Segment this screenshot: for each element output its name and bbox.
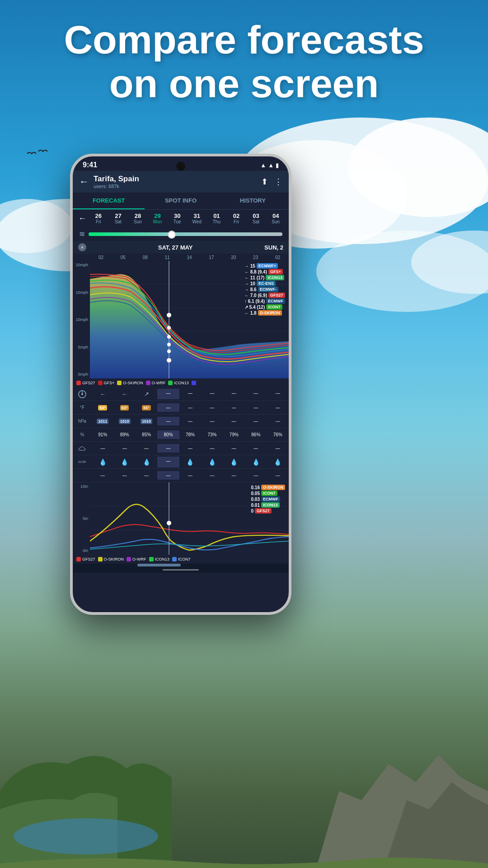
battery-icon: ▮ bbox=[276, 162, 279, 169]
time-05: 05 bbox=[112, 255, 134, 260]
temp-label: °F bbox=[73, 404, 92, 411]
temperature-row: °F 64° 63° 65° — — — — — — bbox=[73, 401, 289, 415]
svg-point-15 bbox=[167, 335, 171, 339]
bottom-legend-icon7: ICON7 bbox=[172, 557, 191, 561]
legend-extra bbox=[192, 381, 196, 385]
time-17: 17 bbox=[200, 255, 222, 260]
tab-forecast[interactable]: FORECAST bbox=[73, 193, 145, 209]
back-button[interactable]: ← bbox=[79, 176, 89, 188]
location-name: Tarifa, Spain bbox=[94, 175, 261, 184]
time-axis: 02 05 08 11 14 17 20 23 02 bbox=[73, 254, 289, 261]
wind-y-labels: 20mph 15mph 10mph 5mph 0mph bbox=[73, 261, 90, 378]
precip-cells: 💧 💧 💧 — 💧 💧 💧 💧 💧 bbox=[92, 457, 289, 467]
svg-point-13 bbox=[167, 313, 171, 317]
rain-row-oskiron: 0.16 O-SKIRON bbox=[251, 485, 285, 490]
svg-point-16 bbox=[167, 343, 171, 346]
direction-cells: ← ← ↗ — — — — — — bbox=[92, 389, 289, 399]
humidity-cells: 91% 89% 85% 80% 78% 73% 79% 86% 76% bbox=[92, 430, 289, 439]
temp-cells: 64° 63° 65° — — — — — — bbox=[92, 403, 289, 412]
date-col-02[interactable]: 02 Fri bbox=[227, 212, 246, 224]
legend-oskiron: O-SKIRON bbox=[117, 381, 143, 385]
date-header-bar: × SAT, 27 MAY SUN, 2 bbox=[73, 241, 289, 254]
fc-row-ecmwfplus: → 15 ECMWF+ bbox=[244, 263, 285, 269]
home-bar bbox=[163, 569, 199, 571]
location-users: users: 687k bbox=[94, 184, 261, 189]
humidity-row: % 91% 89% 85% 80% 78% 73% 79% 86% 76% bbox=[73, 428, 289, 442]
date-col-04[interactable]: 04 Sun bbox=[266, 212, 285, 224]
date-col-26[interactable]: 26 Fri bbox=[89, 212, 108, 224]
date-col-01[interactable]: 01 Thu bbox=[207, 212, 226, 224]
fc-row-icon7: ↗ 5.4 (12) ICON7 bbox=[244, 304, 285, 310]
legend-icon13: ICON13 bbox=[168, 381, 189, 385]
time-14: 14 bbox=[178, 255, 201, 260]
time-02: 02 bbox=[90, 255, 112, 260]
share-button[interactable]: ⬆ bbox=[261, 177, 268, 187]
bottom-legend-oskiron: O-SKIRON bbox=[98, 557, 124, 561]
bottom-legend-gfs27: GFS27 bbox=[76, 557, 95, 561]
humidity-label: % bbox=[73, 431, 92, 438]
pressure-cells: 1011 1010 1010 — — — — — — bbox=[92, 417, 289, 425]
precip-row: in/3h 💧 💧 💧 — 💧 💧 💧 💧 💧 bbox=[73, 455, 289, 469]
dash-cells: — — — — — — — — — bbox=[92, 471, 289, 480]
phone-screen: 9:41 ▲ ▲ ▮ ← Tarifa, Spain users: 687k ⬆… bbox=[73, 156, 289, 612]
status-icons: ▲ ▲ ▮ bbox=[260, 162, 279, 169]
svg-point-14 bbox=[167, 326, 171, 330]
horizontal-scrollbar[interactable] bbox=[73, 564, 289, 566]
rain-chart: 10in 5in 0in bbox=[73, 482, 289, 555]
signal-icon: ▲ bbox=[268, 162, 274, 169]
time-08: 08 bbox=[134, 255, 156, 260]
pressure-row: hPa 1011 1010 1010 — — — — — — bbox=[73, 415, 289, 428]
scrollbar-thumb[interactable] bbox=[137, 564, 181, 566]
precip-label: in/3h bbox=[73, 459, 92, 465]
time-20: 20 bbox=[222, 255, 244, 260]
date-label-right: SUN, 2 bbox=[264, 244, 283, 251]
header-actions: ⬆ ⋮ bbox=[261, 177, 282, 187]
date-col-31[interactable]: 31 Wed bbox=[188, 212, 206, 224]
fc-row-icon13: ← 11 (17) ICON13 bbox=[244, 275, 285, 280]
date-col-30[interactable]: 30 Tue bbox=[168, 212, 187, 224]
fc-row-ecens: → 10 EC-ENS bbox=[244, 281, 285, 286]
date-col-28[interactable]: 28 Sun bbox=[128, 212, 147, 224]
tab-spot-info[interactable]: SPOT INFO bbox=[145, 193, 216, 209]
phone-frame: 9:41 ▲ ▲ ▮ ← Tarifa, Spain users: 687k ⬆… bbox=[70, 154, 291, 615]
date-col-27[interactable]: 27 Sat bbox=[109, 212, 128, 224]
wind-legend: GFS27 GFS+ O-SKIRON O-WRF ICON13 bbox=[73, 378, 289, 387]
birds-decoration bbox=[25, 145, 61, 163]
legend-owrf: O-WRF bbox=[146, 381, 166, 385]
date-nav: ← 26 Fri 27 Sat 28 Sun 29 Mon 30 Tue bbox=[73, 210, 289, 227]
phone-camera bbox=[176, 162, 185, 171]
fc-row-gfsplus: ← 8.8 (9.4) GFS+ bbox=[244, 269, 285, 274]
legend-gfs27: GFS27 bbox=[76, 381, 95, 385]
close-date-button[interactable]: × bbox=[78, 243, 86, 251]
date-col-29[interactable]: 29 Mon bbox=[148, 212, 167, 224]
wifi-icon: ▲ bbox=[260, 162, 266, 169]
legend-gfsplus: GFS+ bbox=[98, 381, 115, 385]
rain-row-icon7: 0.05 ICON7 bbox=[251, 491, 285, 496]
bottom-legend: GFS27 O-SKIRON O-WRF ICON13 ICON7 bbox=[73, 555, 289, 564]
fc-row-ecmwfminus: → 8.6 ECMWF- bbox=[244, 287, 285, 292]
svg-point-25 bbox=[167, 521, 171, 525]
dash-row: — — — — — — — — — bbox=[73, 469, 289, 482]
date-prev-button[interactable]: ← bbox=[76, 214, 88, 223]
time-23: 23 bbox=[244, 255, 267, 260]
direction-row: ← ← ↗ — — — — — — bbox=[73, 387, 289, 401]
svg-point-20 bbox=[81, 393, 83, 395]
hero-title: Compare forecasts on one screen bbox=[0, 18, 488, 106]
compass-icon bbox=[73, 390, 92, 398]
tab-history[interactable]: HISTORY bbox=[217, 193, 289, 209]
rain-tooltip: 0.16 O-SKIRON 0.05 ICON7 0.03 ECMWF 0.01… bbox=[251, 485, 285, 514]
rain-row-ecmwf: 0.03 ECMWF bbox=[251, 496, 285, 502]
rain-y-labels: 10in 5in 0in bbox=[73, 482, 90, 555]
fc-row-gfs27: ← 7.0 (6.9) GFS27 bbox=[244, 292, 285, 298]
svg-point-18 bbox=[167, 358, 171, 363]
wind-speed-slider[interactable] bbox=[89, 232, 282, 236]
bottom-legend-owrf: O-WRF bbox=[127, 557, 146, 561]
status-time: 9:41 bbox=[83, 161, 97, 169]
menu-button[interactable]: ⋮ bbox=[274, 177, 282, 187]
cloud-icon bbox=[73, 446, 92, 451]
cloud-cells: — — — — — — — — — bbox=[92, 444, 289, 453]
time-11: 11 bbox=[156, 255, 178, 260]
date-col-03[interactable]: 03 Sat bbox=[247, 212, 266, 224]
date-label-main: SAT, 27 MAY bbox=[158, 244, 193, 251]
time-02b: 02 bbox=[267, 255, 289, 260]
